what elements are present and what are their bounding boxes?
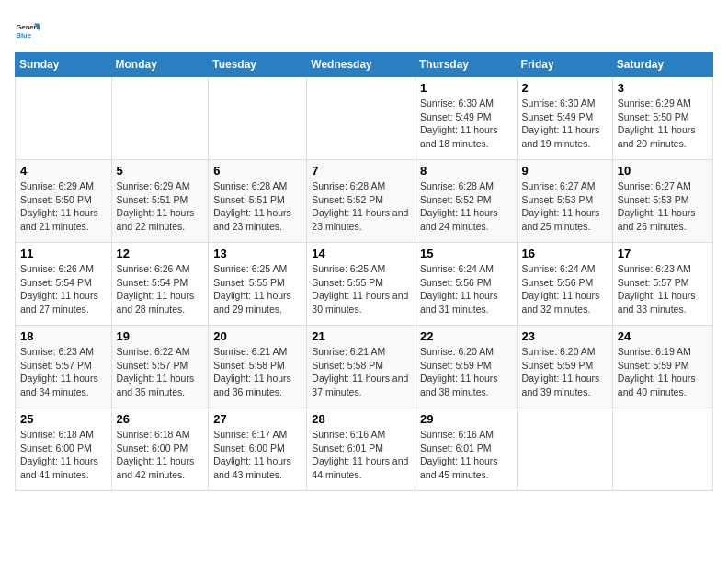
day-info: Sunrise: 6:20 AM Sunset: 5:59 PM Dayligh… (522, 345, 608, 399)
day-info: Sunrise: 6:16 AM Sunset: 6:01 PM Dayligh… (420, 428, 512, 482)
calendar-cell: 23Sunrise: 6:20 AM Sunset: 5:59 PM Dayli… (517, 326, 612, 408)
day-number: 8 (420, 164, 512, 178)
day-number: 5 (117, 164, 204, 178)
calendar-cell: 16Sunrise: 6:24 AM Sunset: 5:56 PM Dayli… (517, 243, 612, 326)
day-number: 12 (117, 247, 204, 260)
calendar-cell: 10Sunrise: 6:27 AM Sunset: 5:53 PM Dayli… (612, 160, 712, 243)
day-info: Sunrise: 6:27 AM Sunset: 5:53 PM Dayligh… (522, 179, 608, 234)
day-number: 23 (522, 329, 608, 343)
calendar-cell (517, 408, 612, 491)
calendar-cell: 21Sunrise: 6:21 AM Sunset: 5:58 PM Dayli… (307, 326, 415, 408)
calendar-week-row: 4Sunrise: 6:29 AM Sunset: 5:50 PM Daylig… (16, 160, 713, 243)
header-day: Tuesday (209, 52, 307, 77)
day-number: 21 (312, 329, 410, 343)
day-info: Sunrise: 6:29 AM Sunset: 5:50 PM Dayligh… (618, 97, 708, 151)
day-info: Sunrise: 6:25 AM Sunset: 5:55 PM Dayligh… (213, 262, 301, 316)
calendar-cell: 7Sunrise: 6:28 AM Sunset: 5:52 PM Daylig… (307, 160, 415, 243)
day-number: 9 (522, 164, 608, 178)
day-info: Sunrise: 6:24 AM Sunset: 5:56 PM Dayligh… (420, 262, 512, 316)
calendar-cell (307, 77, 415, 160)
day-info: Sunrise: 6:17 AM Sunset: 6:00 PM Dayligh… (213, 428, 301, 482)
calendar-week-row: 18Sunrise: 6:23 AM Sunset: 5:57 PM Dayli… (16, 326, 713, 408)
day-number: 19 (117, 329, 204, 343)
day-info: Sunrise: 6:29 AM Sunset: 5:51 PM Dayligh… (117, 179, 204, 234)
day-info: Sunrise: 6:30 AM Sunset: 5:49 PM Dayligh… (420, 97, 512, 151)
header-day: Thursday (415, 52, 517, 77)
calendar-cell: 11Sunrise: 6:26 AM Sunset: 5:54 PM Dayli… (16, 243, 112, 326)
day-number: 2 (522, 81, 608, 95)
day-info: Sunrise: 6:18 AM Sunset: 6:00 PM Dayligh… (20, 428, 107, 482)
day-info: Sunrise: 6:27 AM Sunset: 5:53 PM Dayligh… (618, 179, 708, 234)
calendar-cell: 9Sunrise: 6:27 AM Sunset: 5:53 PM Daylig… (517, 160, 612, 243)
calendar-week-row: 11Sunrise: 6:26 AM Sunset: 5:54 PM Dayli… (16, 243, 713, 326)
calendar-cell (612, 408, 712, 491)
calendar-cell: 29Sunrise: 6:16 AM Sunset: 6:01 PM Dayli… (415, 408, 517, 491)
day-info: Sunrise: 6:26 AM Sunset: 5:54 PM Dayligh… (20, 262, 107, 316)
day-number: 15 (420, 247, 512, 260)
day-info: Sunrise: 6:29 AM Sunset: 5:50 PM Dayligh… (20, 179, 107, 234)
calendar-header: SundayMondayTuesdayWednesdayThursdayFrid… (16, 52, 713, 77)
day-number: 7 (312, 164, 410, 178)
calendar-cell: 19Sunrise: 6:22 AM Sunset: 5:57 PM Dayli… (111, 326, 209, 408)
day-info: Sunrise: 6:22 AM Sunset: 5:57 PM Dayligh… (117, 345, 204, 399)
logo: General Blue (15, 18, 40, 44)
day-number: 1 (420, 81, 512, 95)
day-number: 6 (213, 164, 301, 178)
day-info: Sunrise: 6:23 AM Sunset: 5:57 PM Dayligh… (618, 262, 708, 316)
day-info: Sunrise: 6:18 AM Sunset: 6:00 PM Dayligh… (117, 428, 204, 482)
calendar-cell: 4Sunrise: 6:29 AM Sunset: 5:50 PM Daylig… (16, 160, 112, 243)
calendar-cell: 1Sunrise: 6:30 AM Sunset: 5:49 PM Daylig… (415, 77, 517, 160)
day-info: Sunrise: 6:25 AM Sunset: 5:55 PM Dayligh… (312, 262, 410, 316)
day-info: Sunrise: 6:28 AM Sunset: 5:51 PM Dayligh… (213, 179, 301, 234)
calendar-cell: 17Sunrise: 6:23 AM Sunset: 5:57 PM Dayli… (612, 243, 712, 326)
day-number: 10 (618, 164, 708, 178)
day-info: Sunrise: 6:20 AM Sunset: 5:59 PM Dayligh… (420, 345, 512, 399)
day-info: Sunrise: 6:28 AM Sunset: 5:52 PM Dayligh… (420, 179, 512, 234)
day-number: 22 (420, 329, 512, 343)
day-number: 4 (20, 164, 107, 178)
logo-icon: General Blue (15, 18, 40, 44)
day-info: Sunrise: 6:21 AM Sunset: 5:58 PM Dayligh… (213, 345, 301, 399)
calendar-week-row: 25Sunrise: 6:18 AM Sunset: 6:00 PM Dayli… (16, 408, 713, 491)
calendar-cell: 22Sunrise: 6:20 AM Sunset: 5:59 PM Dayli… (415, 326, 517, 408)
header-day: Friday (517, 52, 612, 77)
header-day: Monday (111, 52, 209, 77)
calendar-cell: 2Sunrise: 6:30 AM Sunset: 5:49 PM Daylig… (517, 77, 612, 160)
day-number: 25 (20, 412, 107, 426)
calendar-body: 1Sunrise: 6:30 AM Sunset: 5:49 PM Daylig… (16, 77, 713, 491)
day-info: Sunrise: 6:24 AM Sunset: 5:56 PM Dayligh… (522, 262, 608, 316)
calendar-cell: 15Sunrise: 6:24 AM Sunset: 5:56 PM Dayli… (415, 243, 517, 326)
day-number: 3 (618, 81, 708, 95)
day-number: 16 (522, 247, 608, 260)
calendar-cell: 8Sunrise: 6:28 AM Sunset: 5:52 PM Daylig… (415, 160, 517, 243)
day-number: 14 (312, 247, 410, 260)
day-info: Sunrise: 6:21 AM Sunset: 5:58 PM Dayligh… (312, 345, 410, 399)
calendar-cell: 20Sunrise: 6:21 AM Sunset: 5:58 PM Dayli… (209, 326, 307, 408)
day-info: Sunrise: 6:28 AM Sunset: 5:52 PM Dayligh… (312, 179, 410, 234)
calendar-cell: 26Sunrise: 6:18 AM Sunset: 6:00 PM Dayli… (111, 408, 209, 491)
day-number: 18 (20, 329, 107, 343)
day-number: 17 (618, 247, 708, 260)
calendar-cell: 3Sunrise: 6:29 AM Sunset: 5:50 PM Daylig… (612, 77, 712, 160)
header: General Blue (15, 15, 713, 44)
calendar-cell: 28Sunrise: 6:16 AM Sunset: 6:01 PM Dayli… (307, 408, 415, 491)
svg-text:Blue: Blue (16, 31, 31, 40)
day-number: 27 (213, 412, 301, 426)
header-day: Wednesday (307, 52, 415, 77)
day-number: 26 (117, 412, 204, 426)
header-row: SundayMondayTuesdayWednesdayThursdayFrid… (16, 52, 713, 77)
day-number: 13 (213, 247, 301, 260)
day-number: 11 (20, 247, 107, 260)
header-day: Sunday (16, 52, 112, 77)
day-number: 24 (618, 329, 708, 343)
calendar-cell: 5Sunrise: 6:29 AM Sunset: 5:51 PM Daylig… (111, 160, 209, 243)
calendar-cell: 14Sunrise: 6:25 AM Sunset: 5:55 PM Dayli… (307, 243, 415, 326)
day-info: Sunrise: 6:23 AM Sunset: 5:57 PM Dayligh… (20, 345, 107, 399)
header-day: Saturday (612, 52, 712, 77)
day-number: 28 (312, 412, 410, 426)
calendar-cell: 18Sunrise: 6:23 AM Sunset: 5:57 PM Dayli… (16, 326, 112, 408)
calendar-cell: 6Sunrise: 6:28 AM Sunset: 5:51 PM Daylig… (209, 160, 307, 243)
day-info: Sunrise: 6:16 AM Sunset: 6:01 PM Dayligh… (312, 428, 410, 482)
calendar-cell: 25Sunrise: 6:18 AM Sunset: 6:00 PM Dayli… (16, 408, 112, 491)
calendar-cell: 24Sunrise: 6:19 AM Sunset: 5:59 PM Dayli… (612, 326, 712, 408)
